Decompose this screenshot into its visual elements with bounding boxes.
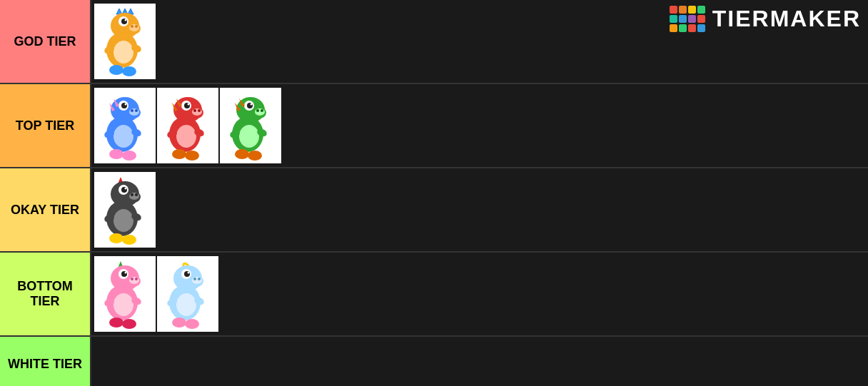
logo-cell (670, 6, 677, 14)
tier-content-top (90, 84, 868, 167)
tier-item (94, 88, 156, 163)
svg-point-104 (172, 318, 186, 327)
tier-row-okay: OKAY TIER (0, 168, 868, 253)
logo-cell (679, 24, 687, 32)
svg-point-87 (125, 272, 127, 274)
svg-point-90 (109, 318, 123, 327)
red-yoshi-svg (159, 90, 216, 161)
svg-point-96 (192, 277, 202, 284)
svg-point-97 (193, 278, 196, 280)
svg-point-52 (261, 109, 263, 112)
svg-point-4 (131, 25, 133, 28)
tier-row-white: WHITE TIER (0, 337, 868, 386)
svg-point-43 (185, 151, 199, 161)
svg-point-27 (122, 151, 136, 161)
logo-cell (679, 15, 687, 23)
svg-point-5 (135, 25, 138, 28)
tier-label-bottom: BOTTOM TIER (0, 253, 90, 335)
logo-cell (697, 24, 705, 32)
tier-row-bottom: BOTTOM TIER (0, 253, 868, 337)
tier-content-white (90, 337, 868, 386)
svg-point-55 (251, 103, 253, 106)
logo-cell (670, 24, 677, 32)
green-yoshi-svg (222, 90, 279, 161)
svg-point-17 (129, 108, 139, 116)
svg-point-91 (122, 319, 136, 329)
svg-point-89 (113, 293, 133, 316)
svg-point-75 (109, 233, 123, 243)
svg-point-103 (176, 293, 196, 316)
logo-text: TiERMAKER (712, 6, 861, 32)
logo-cell (679, 6, 687, 14)
svg-point-39 (188, 103, 190, 106)
svg-point-3 (129, 24, 139, 31)
tier-label-white: WHITE TIER (0, 337, 90, 386)
svg-point-105 (185, 319, 199, 329)
svg-point-76 (122, 235, 136, 245)
svg-point-67 (129, 193, 139, 200)
orange-yoshi-svg (96, 6, 153, 77)
svg-point-10 (113, 41, 133, 64)
svg-point-51 (256, 109, 259, 112)
svg-point-82 (129, 277, 139, 284)
tier-content-okay (90, 168, 868, 251)
svg-point-74 (113, 209, 133, 232)
svg-point-42 (172, 149, 186, 159)
svg-point-12 (122, 66, 136, 76)
svg-point-50 (255, 108, 265, 116)
pink-yoshi-svg (96, 258, 153, 330)
logo-cell (688, 24, 696, 32)
tier-item (157, 88, 218, 163)
svg-point-36 (198, 109, 201, 112)
svg-point-11 (109, 65, 123, 75)
svg-point-41 (176, 125, 196, 148)
logo-cell (688, 15, 696, 23)
svg-point-69 (135, 193, 138, 196)
tier-item (94, 256, 156, 332)
svg-point-26 (109, 149, 123, 159)
tier-row-top: TOP TIER (0, 84, 868, 168)
logo-cell (670, 15, 677, 23)
svg-point-98 (198, 278, 201, 280)
logo-cell (697, 6, 705, 14)
svg-point-8 (125, 19, 127, 21)
tier-item (94, 172, 156, 248)
blue-yoshi-svg (96, 90, 153, 161)
svg-point-72 (125, 188, 127, 190)
svg-point-83 (131, 278, 133, 280)
tier-label-god: GOD TIER (0, 0, 90, 83)
svg-point-68 (131, 193, 133, 196)
svg-point-58 (235, 149, 249, 159)
svg-point-22 (125, 103, 127, 106)
logo-grid (670, 6, 705, 32)
svg-point-59 (248, 151, 262, 161)
tier-item (157, 256, 218, 332)
tier-item (94, 4, 156, 79)
tier-label-okay: OKAY TIER (0, 168, 90, 251)
tier-content-bottom (90, 253, 868, 335)
tier-label-top: TOP TIER (0, 84, 90, 167)
svg-point-34 (192, 108, 202, 116)
svg-point-25 (113, 125, 133, 148)
tier-item (220, 88, 281, 163)
svg-point-84 (135, 278, 138, 280)
svg-point-101 (188, 272, 190, 274)
tiermaker-logo: TiERMAKER (670, 6, 861, 32)
svg-point-18 (131, 109, 133, 112)
svg-point-57 (239, 125, 259, 148)
tier-list: GOD TIER (0, 0, 868, 386)
black-yoshi-svg (96, 174, 153, 245)
svg-point-35 (193, 109, 196, 112)
lightblue-yoshi-svg (159, 258, 216, 330)
logo-cell (697, 15, 705, 23)
svg-point-19 (135, 109, 138, 112)
logo-cell (688, 6, 696, 14)
